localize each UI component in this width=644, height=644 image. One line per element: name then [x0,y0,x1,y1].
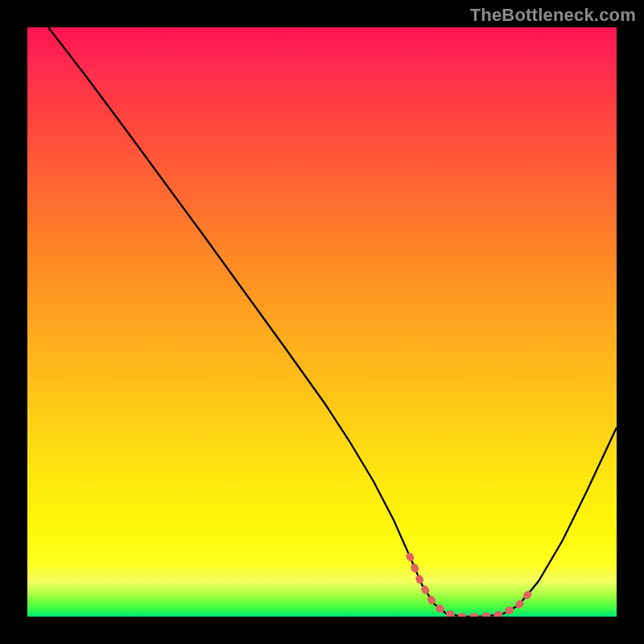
bottleneck-curve [48,27,617,617]
watermark-text: TheBottleneck.com [470,5,636,26]
valley-highlight [410,556,530,617]
bottleneck-curve-path [48,27,617,617]
chart-container: TheBottleneck.com [0,0,644,644]
curve-svg [27,27,617,617]
plot-area [27,27,617,617]
valley-highlight-path [410,556,530,617]
